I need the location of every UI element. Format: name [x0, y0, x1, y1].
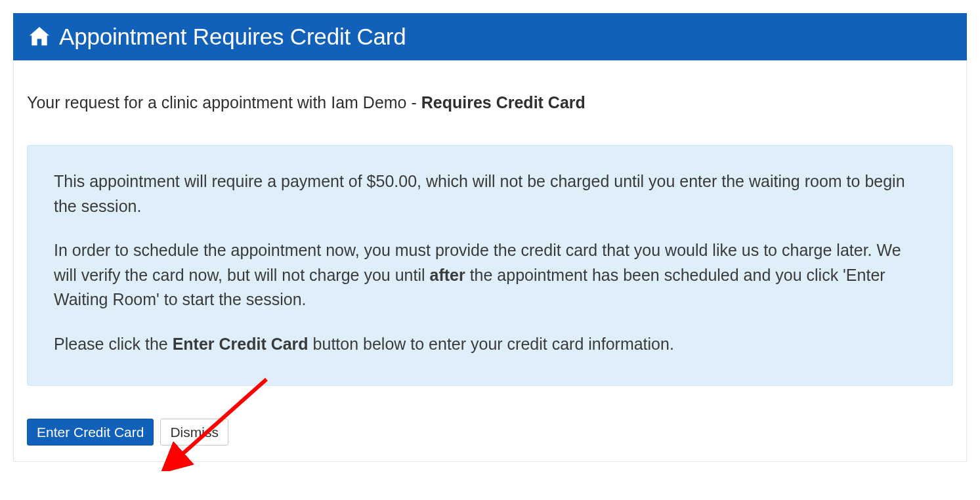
info-p3: Please click the Enter Credit Card butto… — [54, 332, 926, 357]
info-p2: In order to schedule the appointment now… — [54, 238, 926, 312]
info-box: This appointment will require a payment … — [27, 145, 953, 386]
dialog-header: Appointment Requires Credit Card — [13, 13, 967, 60]
lead-prefix: Your request for a clinic appointment wi… — [27, 93, 421, 112]
info-p1: This appointment will require a payment … — [54, 169, 926, 219]
dialog-title: Appointment Requires Credit Card — [59, 24, 406, 50]
info-p3-bold: Enter Credit Card — [173, 335, 309, 353]
info-p2-bold: after — [430, 266, 465, 284]
dialog-card: Appointment Requires Credit Card Your re… — [13, 13, 967, 462]
lead-bold: Requires Credit Card — [421, 93, 586, 112]
dismiss-button[interactable]: Dismiss — [160, 419, 228, 446]
home-icon — [26, 24, 53, 50]
info-p3-before: Please click the — [54, 335, 173, 353]
enter-credit-card-button[interactable]: Enter Credit Card — [27, 419, 154, 446]
info-p3-after: button below to enter your credit card i… — [309, 335, 674, 353]
dialog-body: Your request for a clinic appointment wi… — [14, 60, 966, 461]
button-row: Enter Credit Card Dismiss — [27, 419, 953, 446]
lead-text: Your request for a clinic appointment wi… — [27, 93, 953, 112]
